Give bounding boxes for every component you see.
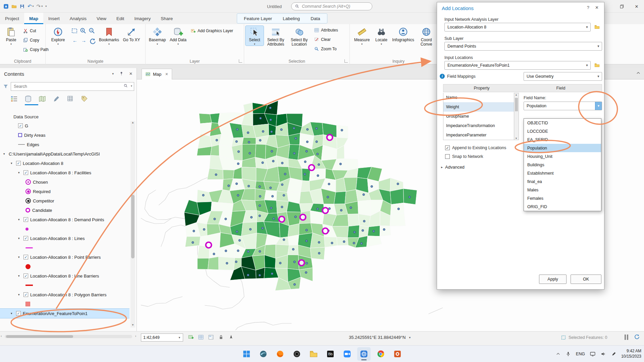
ribbon-tab-map[interactable]: Map xyxy=(24,13,43,24)
tree-symbol-row[interactable] xyxy=(0,262,129,271)
taskbar-overflow-chevron-icon[interactable] xyxy=(556,352,560,356)
expander-icon[interactable]: ▾ xyxy=(18,274,23,278)
field-name-dropdown[interactable]: OBJECTIDLOCCODEEA_SERIDPopulationHousing… xyxy=(524,118,601,211)
contextual-tab-feature-layer[interactable]: Feature Layer xyxy=(238,16,277,21)
apply-button[interactable]: Apply xyxy=(539,275,567,284)
layer-checkbox[interactable]: ✓ xyxy=(23,217,28,222)
tree-item-location-allocation-8-lines[interactable]: ▾✓Location-Allocation 8 : Lines xyxy=(0,234,129,243)
clear-selection-button[interactable]: Clear xyxy=(313,36,332,44)
tab-editing-view[interactable] xyxy=(52,95,60,103)
property-row-groupname[interactable]: GroupName xyxy=(443,112,514,121)
expander-icon[interactable]: ▾ xyxy=(18,218,23,221)
tree-item-dirty-areas[interactable]: Dirty Areas xyxy=(0,130,129,140)
ribbon-tab-edit[interactable]: Edit xyxy=(111,13,129,24)
contextual-tab-labeling[interactable]: Labeling xyxy=(277,16,305,21)
tab-selection-view[interactable] xyxy=(38,95,46,103)
previous-extent-icon[interactable]: ← xyxy=(72,38,77,43)
open-project-icon[interactable] xyxy=(11,4,17,9)
ribbon-tab-insert[interactable]: Insert xyxy=(43,13,65,24)
layer-checkbox[interactable]: ✓ xyxy=(23,170,28,175)
browse-folder-icon[interactable] xyxy=(593,23,601,32)
basemap-button[interactable]: Basemap▾ xyxy=(148,26,167,46)
bookmarks-button[interactable]: Bookmarks▾ xyxy=(99,26,119,46)
ribbon-tab-project[interactable]: Project xyxy=(0,13,24,24)
field-option-loccode[interactable]: LOCCODE xyxy=(524,127,601,135)
tree-item-location-allocation-8-line-barriers[interactable]: ▾✓Location-Allocation 8 : Line Barriers xyxy=(0,271,129,281)
locate-button[interactable]: Locate▾ xyxy=(373,26,390,46)
property-list-scrollbar[interactable]: ▲ ▼ xyxy=(514,93,519,140)
layer-checkbox[interactable]: ✓ xyxy=(16,311,21,316)
taskbar-app-start-icon[interactable] xyxy=(240,347,253,361)
field-option-buildings[interactable]: Buildings xyxy=(524,161,601,169)
layer-checkbox[interactable]: ✓ xyxy=(16,161,21,166)
contents-vertical-scrollbar[interactable]: ▲ ▼ xyxy=(130,121,135,327)
fixed-zoom-in-icon[interactable] xyxy=(79,27,87,35)
expander-icon[interactable]: ▾ xyxy=(18,293,23,296)
tree-symbol-row[interactable] xyxy=(0,281,129,290)
field-option-ea-serid[interactable]: EA_SERID xyxy=(524,135,601,144)
property-row-impedancetransformation[interactable]: ImpedanceTransformation xyxy=(443,121,514,130)
next-extent-icon[interactable]: → xyxy=(81,38,86,43)
contents-horizontal-scrollbar[interactable]: ‹ › xyxy=(0,334,137,339)
tree-item-edges[interactable]: Edges xyxy=(0,140,129,149)
north-arrow-icon[interactable] xyxy=(228,334,234,340)
browse-folder-icon[interactable] xyxy=(593,61,601,70)
property-row-weight[interactable]: Weight xyxy=(443,102,514,112)
field-mappings-combo[interactable]: Use Geometry▼ xyxy=(524,72,602,81)
scroll-right-arrow-icon[interactable]: › xyxy=(135,334,136,338)
property-row-impedanceparameter[interactable]: ImpedanceParameter xyxy=(443,130,514,140)
expander-icon[interactable]: ▾ xyxy=(18,237,23,240)
taskbar-app-camera-app-icon[interactable] xyxy=(290,347,304,361)
speaker-icon[interactable] xyxy=(600,351,606,357)
ok-button[interactable]: OK xyxy=(571,275,601,284)
save-project-icon[interactable] xyxy=(19,4,25,9)
language-indicator[interactable]: ENG xyxy=(576,352,585,356)
redo-button[interactable]: ↷▾ xyxy=(37,3,43,9)
select-by-location-button[interactable]: Select By Location xyxy=(288,26,310,47)
property-row-name[interactable]: Name xyxy=(443,93,514,102)
command-search[interactable]: Command Search (Alt+Q) xyxy=(291,2,372,10)
expander-icon[interactable]: ▾ xyxy=(11,312,15,315)
field-option-population[interactable]: Population xyxy=(524,144,601,152)
close-window-icon[interactable]: ✕ xyxy=(629,0,644,13)
input-locations-combo[interactable]: EnumerationAre_FeatureToPoin1▼ xyxy=(444,61,591,70)
attributes-button[interactable]: Attributes xyxy=(313,26,339,34)
filter-funnel-icon[interactable] xyxy=(3,83,9,89)
field-option-establishment[interactable]: Establishment xyxy=(524,169,601,177)
tree-item-location-allocation-8-polygon-barriers[interactable]: ▾✓Location-Allocation 8 : Polygon Barrie… xyxy=(0,290,129,299)
close-pane-icon[interactable]: ✕ xyxy=(129,71,132,76)
contents-search-input[interactable] xyxy=(11,82,134,91)
pane-menu-chevron-icon[interactable]: ▾ xyxy=(112,72,114,75)
tree-item-c-users-jamalali-appdata-local-temp-arcgis[interactable]: ▾C:\Users\jamalali\AppData\Local\Temp\Ar… xyxy=(0,149,129,159)
expander-icon[interactable]: ▾ xyxy=(18,171,23,174)
paste-button[interactable]: Paste▾ xyxy=(1,26,21,46)
ribbon-tab-analysis[interactable]: Analysis xyxy=(65,13,92,24)
tree-symbol-row[interactable] xyxy=(0,243,129,252)
layer-checkbox[interactable]: ✓ xyxy=(23,255,28,259)
collapse-ribbon-icon[interactable] xyxy=(636,71,641,75)
field-option-final-ea[interactable]: final_ea xyxy=(524,177,601,186)
taskbar-app-chrome-icon[interactable] xyxy=(374,347,387,361)
pause-drawing-icon[interactable] xyxy=(625,335,628,340)
layer-checkbox[interactable]: ✓ xyxy=(23,274,28,278)
coordinates-chevron-icon[interactable]: ▾ xyxy=(409,336,411,339)
search-icon[interactable] xyxy=(123,83,128,88)
layer-checkbox[interactable]: ✓ xyxy=(23,292,28,297)
taskbar-app-zoom-icon[interactable] xyxy=(340,347,354,361)
scroll-left-arrow-icon[interactable]: ‹ xyxy=(1,334,2,338)
tab-labeling-view[interactable] xyxy=(80,95,89,103)
tab-data-source[interactable] xyxy=(24,95,32,103)
field-name-combo[interactable]: Population▼ xyxy=(524,102,602,110)
field-option-housing-unit[interactable]: Housing_Unit xyxy=(524,152,601,161)
refresh-view-icon[interactable] xyxy=(89,38,97,46)
tree-symbol-row[interactable] xyxy=(0,224,129,234)
tree-item-required[interactable]: Required xyxy=(0,187,129,196)
new-map-icon[interactable] xyxy=(188,334,194,340)
close-map-tab-icon[interactable]: ✕ xyxy=(165,72,168,76)
field-option-males[interactable]: Males xyxy=(524,186,601,194)
taskbar-app-firefox-icon[interactable] xyxy=(273,347,287,361)
select-by-attributes-button[interactable]: Select By Attributes xyxy=(265,26,286,47)
tree-item-g[interactable]: ✓G xyxy=(0,121,129,130)
taskbar-app-arcgis-pro-icon[interactable] xyxy=(357,347,371,361)
select-button[interactable]: Select▾ xyxy=(246,26,264,46)
